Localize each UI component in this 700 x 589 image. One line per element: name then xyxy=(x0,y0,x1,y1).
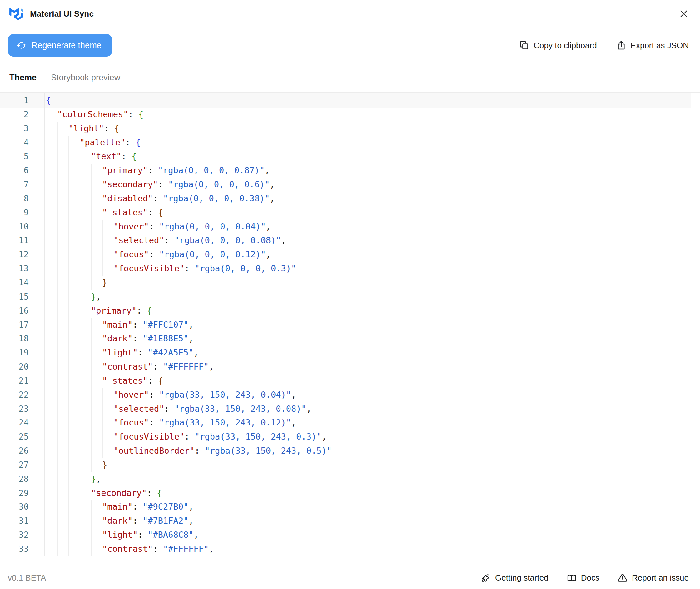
indent-guide xyxy=(57,318,68,332)
indent-guide xyxy=(91,318,102,332)
code-line[interactable]: 25"focusVisible": "rgba(33, 150, 243, 0.… xyxy=(0,430,691,444)
code-line[interactable]: 20"contrast": "#FFFFFF", xyxy=(0,360,691,374)
code-line[interactable]: 7"secondary": "rgba(0, 0, 0, 0.6)", xyxy=(0,178,691,192)
report-an-issue-link[interactable]: Report an issue xyxy=(618,573,689,583)
indent-guide xyxy=(68,542,80,556)
code-line[interactable]: 27} xyxy=(0,458,691,472)
indent-guide xyxy=(46,304,57,318)
code-line[interactable]: 6"primary": "rgba(0, 0, 0, 0.87)", xyxy=(0,164,691,178)
indent-guide xyxy=(68,374,80,388)
line-number: 8 xyxy=(0,192,45,206)
code-line-content: "light": "#42A5F5", xyxy=(45,346,691,360)
close-icon xyxy=(679,9,689,19)
getting-started-link[interactable]: Getting started xyxy=(481,573,549,583)
code-line[interactable]: 5"text": { xyxy=(0,150,691,164)
code-line[interactable]: 30"main": "#9C27B0", xyxy=(0,500,691,514)
close-button[interactable] xyxy=(677,7,691,21)
indent-guide xyxy=(46,192,57,206)
line-number: 10 xyxy=(0,220,45,234)
tab-storybook-preview[interactable]: Storybook preview xyxy=(51,73,120,82)
indent-guide xyxy=(91,192,102,206)
line-number: 16 xyxy=(0,304,45,318)
code-line[interactable]: 9"_states": { xyxy=(0,206,691,220)
indent-guide xyxy=(46,332,57,346)
indent-guide xyxy=(91,388,102,402)
code-line[interactable]: 21"_states": { xyxy=(0,374,691,388)
line-number: 17 xyxy=(0,318,45,332)
indent-guide xyxy=(91,248,102,262)
indent-guide xyxy=(91,276,102,290)
code-line[interactable]: 1{ xyxy=(0,93,691,108)
code-line[interactable]: 22"hover": "rgba(33, 150, 243, 0.04)", xyxy=(0,388,691,402)
copy-to-clipboard-button[interactable]: Copy to clipboard xyxy=(519,40,597,50)
scrollbar-track[interactable] xyxy=(691,93,691,556)
indent-guide xyxy=(102,233,113,248)
code-line-content: }, xyxy=(45,290,691,304)
code-line[interactable]: 32"light": "#BA68C8", xyxy=(0,528,691,542)
code-line[interactable]: 3"light": { xyxy=(0,122,691,136)
line-number: 21 xyxy=(0,374,45,388)
indent-guide xyxy=(68,472,80,486)
code-line[interactable]: 24"focus": "rgba(33, 150, 243, 0.12)", xyxy=(0,416,691,430)
indent-guide xyxy=(57,332,68,346)
indent-guide xyxy=(80,528,91,542)
regenerate-theme-button[interactable]: Regenerate theme xyxy=(8,34,112,56)
indent-guide xyxy=(80,206,91,220)
indent-guide xyxy=(46,150,57,164)
code-line-content: "dark": "#1E88E5", xyxy=(45,332,691,346)
indent-guide xyxy=(80,374,91,388)
code-line-content: "colorSchemes": { xyxy=(45,108,691,122)
code-line[interactable]: 12"focus": "rgba(0, 0, 0, 0.12)", xyxy=(0,248,691,262)
code-line[interactable]: 11"selected": "rgba(0, 0, 0, 0.08)", xyxy=(0,233,691,248)
theme-code-editor[interactable]: 1{2"colorSchemes": {3"light": {4"palette… xyxy=(0,93,700,556)
export-as-json-button[interactable]: Export as JSON xyxy=(616,40,689,50)
scrollbar-thumb[interactable] xyxy=(691,93,700,107)
code-line[interactable]: 8"disabled": "rgba(0, 0, 0, 0.38)", xyxy=(0,192,691,206)
tab-theme[interactable]: Theme xyxy=(9,73,37,82)
code-line-content: "light": { xyxy=(45,122,691,136)
indent-guide xyxy=(68,500,80,514)
indent-guide xyxy=(57,248,68,262)
code-line-content: "focusVisible": "rgba(33, 150, 243, 0.3)… xyxy=(45,430,691,444)
warning-icon xyxy=(618,573,628,583)
code-line[interactable]: 10"hover": "rgba(0, 0, 0, 0.04)", xyxy=(0,220,691,234)
code-line-content: "primary": { xyxy=(45,304,691,318)
copy-to-clipboard-label: Copy to clipboard xyxy=(534,41,597,50)
code-line[interactable]: 17"main": "#FFC107", xyxy=(0,318,691,332)
indent-guide xyxy=(57,220,68,234)
code-line-content: "outlinedBorder": "rgba(33, 150, 243, 0.… xyxy=(45,444,691,458)
indent-guide xyxy=(57,486,68,500)
code-line[interactable]: 4"palette": { xyxy=(0,136,691,150)
code-line[interactable]: 14} xyxy=(0,276,691,290)
indent-guide xyxy=(57,402,68,416)
indent-guide xyxy=(57,528,68,542)
indent-guide xyxy=(68,318,80,332)
indent-guide xyxy=(80,444,91,458)
code-line[interactable]: 23"selected": "rgba(33, 150, 243, 0.08)"… xyxy=(0,402,691,416)
docs-link[interactable]: Docs xyxy=(567,573,600,583)
code-line[interactable]: 33"contrast": "#FFFFFF", xyxy=(0,542,691,556)
code-line[interactable]: 29"secondary": { xyxy=(0,486,691,500)
code-line-content: "focus": "rgba(0, 0, 0, 0.12)", xyxy=(45,248,691,262)
code-line[interactable]: 2"colorSchemes": { xyxy=(0,108,691,122)
indent-guide xyxy=(57,472,68,486)
indent-guide xyxy=(91,528,102,542)
indent-guide xyxy=(68,178,80,192)
plugin-window: Material UI Sync Regenerate theme Copy t… xyxy=(0,0,700,589)
code-line[interactable]: 31"dark": "#7B1FA2", xyxy=(0,514,691,528)
code-line[interactable]: 15}, xyxy=(0,290,691,304)
code-line[interactable]: 19"light": "#42A5F5", xyxy=(0,346,691,360)
indent-guide xyxy=(91,346,102,360)
indent-guide xyxy=(57,444,68,458)
code-line[interactable]: 26"outlinedBorder": "rgba(33, 150, 243, … xyxy=(0,444,691,458)
indent-guide xyxy=(46,248,57,262)
line-number: 13 xyxy=(0,262,45,276)
indent-guide xyxy=(91,262,102,276)
code-line[interactable]: 16"primary": { xyxy=(0,304,691,318)
code-line[interactable]: 18"dark": "#1E88E5", xyxy=(0,332,691,346)
code-line[interactable]: 28}, xyxy=(0,472,691,486)
code-line[interactable]: 13"focusVisible": "rgba(0, 0, 0, 0.3)" xyxy=(0,262,691,276)
code-line-content: "main": "#FFC107", xyxy=(45,318,691,332)
indent-guide xyxy=(68,290,80,304)
indent-guide xyxy=(57,122,68,136)
